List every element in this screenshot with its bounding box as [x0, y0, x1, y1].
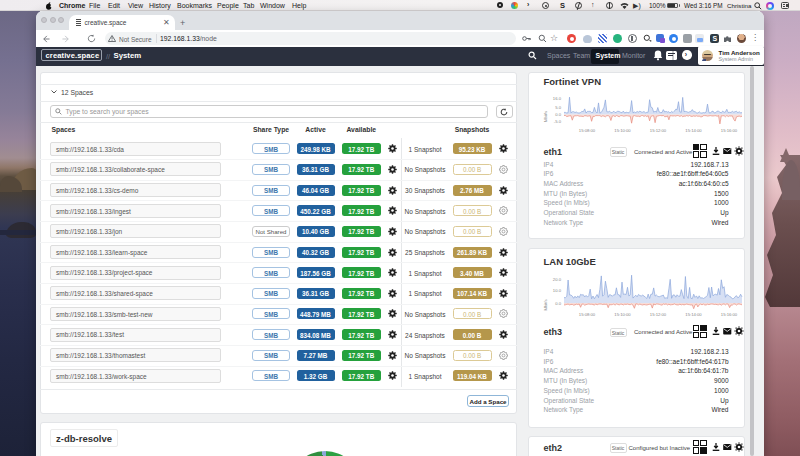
svg-text:16.0: 16.0: [553, 96, 562, 101]
svg-text:20.0: 20.0: [553, 277, 562, 282]
svg-text:15:16:00: 15:16:00: [721, 312, 738, 317]
svg-text:15:12:00: 15:12:00: [650, 128, 667, 133]
svg-text:15:14:00: 15:14:00: [685, 128, 702, 133]
svg-text:5.0: 5.0: [555, 105, 561, 110]
svg-text:15:12:00: 15:12:00: [650, 312, 667, 317]
svg-text:15:10:00: 15:10:00: [614, 312, 631, 317]
svg-text:0.0: 0.0: [555, 301, 561, 306]
svg-text:15:08:00: 15:08:00: [579, 312, 596, 317]
svg-text:-5.0: -5.0: [554, 119, 562, 124]
svg-text:10.0: 10.0: [553, 288, 562, 293]
svg-text:Mbit/s: Mbit/s: [543, 111, 548, 122]
svg-text:Mbit/s: Mbit/s: [543, 299, 548, 310]
svg-text:15:08:00: 15:08:00: [579, 128, 596, 133]
svg-text:15:16:00: 15:16:00: [721, 128, 738, 133]
svg-text:0.0: 0.0: [555, 112, 561, 117]
svg-text:15:10:00: 15:10:00: [614, 128, 631, 133]
svg-text:15:14:00: 15:14:00: [685, 312, 702, 317]
